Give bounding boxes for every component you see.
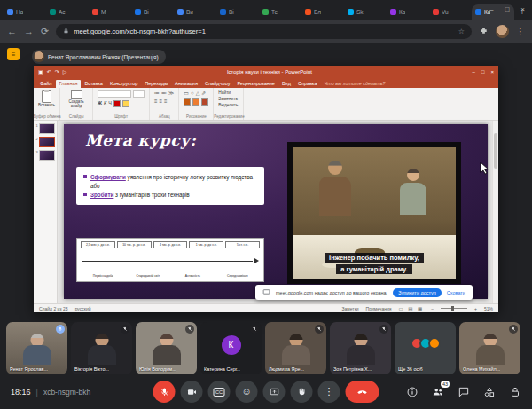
- browser-tab[interactable]: Ві: [131, 4, 174, 20]
- browser-tab[interactable]: Vu: [429, 4, 472, 20]
- ribbon-tab-view[interactable]: Вид: [278, 80, 294, 88]
- captions-button[interactable]: CC: [208, 381, 231, 403]
- ppt-minimize-button[interactable]: –: [473, 69, 475, 75]
- browser-tab[interactable]: Ка: [387, 4, 429, 20]
- participant-tile[interactable]: Ренат Ярослав...: [6, 322, 67, 374]
- font-name-box[interactable]: [98, 90, 131, 98]
- browser-menu-icon[interactable]: ⋮: [516, 27, 525, 36]
- select-button[interactable]: Выделить: [218, 103, 238, 107]
- raise-hand-button[interactable]: [291, 381, 313, 403]
- underline-button[interactable]: Ч: [108, 101, 112, 106]
- host-controls-lock-icon[interactable]: [509, 386, 521, 398]
- slide-thumbnail-1[interactable]: 1: [35, 123, 54, 134]
- browser-tab[interactable]: Ви: [174, 4, 216, 20]
- window-maximize-button[interactable]: □: [505, 5, 509, 13]
- camera-toggle-button[interactable]: [181, 381, 203, 403]
- participant-tile[interactable]: Вікторія Вікто...: [71, 322, 132, 374]
- font-color-button[interactable]: [113, 100, 121, 107]
- ribbon-tab-slideshow[interactable]: Слайд-шоу: [201, 80, 234, 88]
- more-options-button[interactable]: ⋮: [318, 381, 340, 403]
- present-screen-button[interactable]: [263, 381, 286, 403]
- shape-circle-icon[interactable]: ○: [191, 90, 194, 96]
- shape-style-swatch[interactable]: [184, 98, 191, 106]
- participant-tile[interactable]: Зоя Петрівна Х...: [330, 322, 391, 374]
- ribbon-tab-design[interactable]: Конструктор: [106, 80, 141, 88]
- participant-tile[interactable]: Юлія Володим...: [136, 322, 197, 374]
- align-right-button[interactable]: ≡: [164, 98, 168, 104]
- participant-tile[interactable]: Олена Михайл...: [459, 322, 520, 374]
- mic-toggle-button[interactable]: [153, 381, 176, 403]
- numbering-button[interactable]: ≕: [161, 90, 167, 96]
- ppt-maximize-button[interactable]: □: [481, 69, 485, 75]
- highlight-color-button[interactable]: [122, 100, 129, 107]
- shape-style-swatch[interactable]: [201, 98, 208, 106]
- undo-icon[interactable]: ↶: [47, 68, 51, 75]
- view-buttons[interactable]: ▭ ▤ ▦: [398, 306, 424, 311]
- presenter-pill[interactable]: Ренат Ярославович Ріжняк (Презентація): [32, 50, 166, 64]
- language-indicator[interactable]: русский: [75, 306, 91, 311]
- zoom-level[interactable]: 51%: [484, 306, 493, 311]
- browser-tab[interactable]: Бл: [301, 4, 344, 20]
- window-minimize-button[interactable]: –: [489, 5, 493, 13]
- shape-rectangle-icon[interactable]: ▭: [184, 90, 189, 96]
- indent-button[interactable]: ≫: [168, 90, 174, 96]
- ribbon-tab-review[interactable]: Рецензирование: [233, 80, 278, 88]
- notes-button[interactable]: Заметки: [341, 306, 358, 311]
- profile-avatar[interactable]: [496, 25, 509, 38]
- italic-button[interactable]: К: [104, 101, 106, 106]
- shape-triangle-icon[interactable]: △: [196, 90, 200, 96]
- ppt-close-button[interactable]: ×: [490, 69, 494, 75]
- ribbon-tab-transitions[interactable]: Переходы: [141, 80, 171, 88]
- chat-panel-icon[interactable]: [458, 386, 470, 398]
- paste-button[interactable]: Вставить: [38, 90, 55, 108]
- slide-thumbnail-3[interactable]: 3: [35, 150, 54, 161]
- replace-button[interactable]: Заменить: [218, 97, 238, 101]
- window-close-button[interactable]: ×: [520, 5, 525, 13]
- ribbon-tab-home[interactable]: Главная: [56, 80, 82, 88]
- zoom-out-button[interactable]: −: [431, 306, 434, 311]
- shape-arrow-icon[interactable]: ⇗: [201, 90, 206, 96]
- forward-icon[interactable]: →: [24, 27, 34, 36]
- zoom-in-button[interactable]: +: [474, 306, 477, 311]
- slide-thumbnail-2-selected[interactable]: 2: [35, 137, 54, 147]
- slide-scrollbar[interactable]: [492, 121, 498, 303]
- stop-sharing-button[interactable]: Зупинити доступ: [393, 288, 442, 297]
- ribbon-tab-animations[interactable]: Анимация: [171, 80, 201, 88]
- ribbon-tab-file[interactable]: Файл: [36, 80, 56, 88]
- hide-toast-link[interactable]: Сховати: [447, 290, 466, 295]
- address-bar[interactable]: meet.google.com/xcb-nsgm-bkh?authuser=1 …: [56, 24, 472, 39]
- bullets-button[interactable]: ≔: [154, 90, 160, 96]
- comments-button[interactable]: Примечания: [366, 306, 392, 311]
- end-call-button[interactable]: [346, 381, 379, 403]
- browser-tab[interactable]: Ас: [46, 4, 89, 20]
- reactions-button[interactable]: ☺: [236, 381, 258, 403]
- current-slide[interactable]: Мета курсу: Сформувати уявлення про істо…: [64, 124, 488, 299]
- ribbon-tab-help[interactable]: Справка: [294, 80, 321, 88]
- browser-tab[interactable]: На: [4, 4, 46, 20]
- back-icon[interactable]: ←: [7, 27, 17, 36]
- browser-tab[interactable]: Ві: [216, 4, 259, 20]
- overflow-participants-tile[interactable]: Ще 36 осіб: [395, 322, 456, 374]
- pinned-extension-icon[interactable]: ≡: [7, 48, 20, 60]
- tell-me-box[interactable]: Что вы хотите сделать?: [320, 80, 388, 88]
- find-button[interactable]: Найти: [218, 90, 238, 95]
- save-icon[interactable]: ▣: [38, 68, 43, 75]
- align-center-button[interactable]: ≡: [160, 98, 163, 104]
- people-panel-icon[interactable]: 43: [432, 386, 444, 398]
- reload-icon[interactable]: ⟳: [41, 27, 49, 36]
- extensions-puzzle-icon[interactable]: [479, 27, 489, 36]
- activities-icon[interactable]: [483, 386, 496, 398]
- browser-tab[interactable]: Те: [259, 4, 301, 20]
- participant-tile[interactable]: К Катерина Серг...: [200, 322, 262, 374]
- redo-icon[interactable]: ↷: [55, 68, 59, 75]
- align-left-button[interactable]: ≡: [154, 98, 158, 104]
- bold-button[interactable]: Ж: [98, 101, 102, 106]
- browser-tab[interactable]: М: [89, 4, 131, 20]
- browser-tab[interactable]: Sk: [344, 4, 387, 20]
- meeting-details-icon[interactable]: [406, 386, 419, 398]
- ribbon-tab-insert[interactable]: Вставка: [81, 80, 106, 88]
- slideshow-icon[interactable]: ▷: [63, 68, 67, 75]
- bookmark-star-icon[interactable]: ☆: [458, 28, 465, 35]
- participant-tile[interactable]: Людмила Яре...: [265, 322, 326, 374]
- new-slide-button[interactable]: Создать слайд: [65, 90, 88, 109]
